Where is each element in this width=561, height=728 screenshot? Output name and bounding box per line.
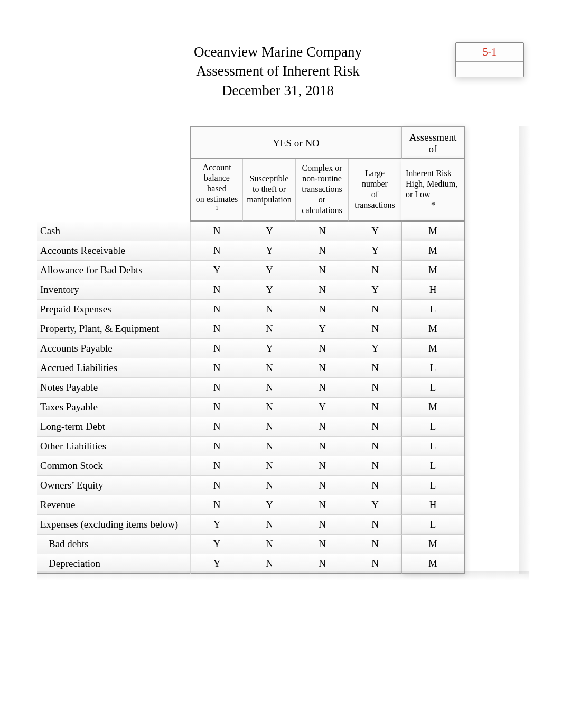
assessment-cell: L: [401, 358, 465, 378]
table-row: Accrued LiabilitiesNNNNL: [37, 358, 465, 378]
yn-cell: N: [296, 456, 349, 476]
assessment-cell: H: [401, 495, 465, 515]
group-header-empty: [37, 126, 190, 159]
yn-cell: N: [296, 437, 349, 456]
account-name-cell: Accounts Payable: [37, 339, 190, 358]
col-header-text: or Low: [406, 190, 431, 199]
yn-cell: N: [296, 495, 349, 515]
yn-cell: Y: [296, 319, 349, 339]
col-header-text: calculations: [302, 206, 342, 215]
col-header-text: Complex or: [302, 163, 342, 172]
yn-cell: N: [349, 300, 401, 319]
yn-cell: Y: [349, 222, 401, 241]
yn-cell: Y: [349, 241, 401, 261]
table-row: Taxes PayableNNYNM: [37, 398, 465, 417]
page-reference: 5-1: [456, 43, 523, 62]
yn-cell: N: [190, 456, 243, 476]
table-row: DepreciationYNNNM: [37, 554, 465, 574]
account-name-cell: Property, Plant, & Equipment: [37, 319, 190, 339]
yn-cell: N: [296, 417, 349, 437]
assessment-cell: H: [401, 280, 465, 300]
table-row: RevenueNYNYH: [37, 495, 465, 515]
assessment-cell: L: [401, 417, 465, 437]
yn-cell: N: [190, 417, 243, 437]
account-name-cell: Depreciation: [37, 554, 190, 574]
yn-cell: N: [190, 339, 243, 358]
yn-cell: Y: [243, 241, 296, 261]
yn-cell: Y: [243, 261, 296, 280]
column-header-row: Account balance based on estimates 1 Sus…: [37, 159, 465, 221]
account-name-cell: Allowance for Bad Debts: [37, 261, 190, 280]
col-header-estimates: Account balance based on estimates 1: [190, 159, 243, 221]
yn-cell: N: [296, 300, 349, 319]
col-header-text: non-routine: [302, 174, 342, 183]
account-name-cell: Owners’ Equity: [37, 476, 190, 495]
assessment-cell: L: [401, 437, 465, 456]
assessment-cell: L: [401, 456, 465, 476]
yn-cell: Y: [243, 339, 296, 358]
col-header-large-number: Large number of transactions: [349, 159, 401, 221]
group-header-assessment: Assessment of: [401, 126, 465, 159]
col-header-text: to theft or: [253, 185, 286, 193]
yn-cell: Y: [349, 495, 401, 515]
account-name-cell: Other Liabilities: [37, 437, 190, 456]
yn-cell: N: [190, 437, 243, 456]
yn-cell: N: [243, 398, 296, 417]
document-header: Oceanview Marine Company Assessment of I…: [37, 42, 524, 100]
col-header-text: High, Medium,: [406, 179, 457, 188]
col-header-text: Susceptible: [250, 174, 289, 183]
yn-cell: N: [190, 300, 243, 319]
yn-cell: N: [296, 535, 349, 554]
yn-cell: N: [296, 515, 349, 535]
col-header-text: transactions: [354, 200, 395, 209]
col-header-empty: [37, 159, 190, 221]
assessment-cell: M: [401, 554, 465, 574]
yn-cell: N: [296, 554, 349, 574]
group-header-row: YES or NO Assessment of: [37, 126, 465, 159]
col-header-text: of: [371, 190, 378, 199]
footnote-marker: *: [406, 200, 461, 210]
group-header-yesno: YES or NO: [190, 126, 401, 159]
col-header-text: balance based: [204, 173, 230, 193]
company-name: Oceanview Marine Company: [100, 42, 455, 61]
yn-cell: N: [190, 358, 243, 378]
col-header-text: Inherent Risk: [406, 169, 452, 178]
account-name-cell: Accounts Receivable: [37, 241, 190, 261]
blur-overlay-right: [519, 126, 530, 574]
col-header-complex: Complex or non-routine transactions or c…: [296, 159, 349, 221]
yn-cell: N: [349, 319, 401, 339]
col-header-text: on estimates: [196, 195, 238, 204]
assessment-cell: L: [401, 378, 465, 398]
table-row: Common StockNNNNL: [37, 456, 465, 476]
yn-cell: N: [243, 358, 296, 378]
yn-cell: N: [296, 261, 349, 280]
yn-cell: Y: [349, 339, 401, 358]
yn-cell: N: [349, 398, 401, 417]
table-row: Expenses (excluding items below)YNNNL: [37, 515, 465, 535]
yn-cell: N: [190, 495, 243, 515]
account-name-cell: Common Stock: [37, 456, 190, 476]
yn-cell: N: [349, 476, 401, 495]
risk-assessment-table: YES or NO Assessment of Account balance …: [37, 126, 465, 574]
yn-cell: N: [243, 456, 296, 476]
assessment-cell: M: [401, 241, 465, 261]
assessment-cell: M: [401, 339, 465, 358]
yn-cell: N: [243, 554, 296, 574]
title-block: Oceanview Marine Company Assessment of I…: [37, 42, 455, 100]
yn-cell: N: [349, 554, 401, 574]
assessment-cell: L: [401, 300, 465, 319]
table-row: Property, Plant, & EquipmentNNYNM: [37, 319, 465, 339]
table-row: Bad debtsYNNNM: [37, 535, 465, 554]
yn-cell: N: [243, 417, 296, 437]
footnote-marker: 1: [216, 205, 219, 211]
table-row: Accounts ReceivableNYNYM: [37, 241, 465, 261]
account-name-cell: Inventory: [37, 280, 190, 300]
assessment-cell: M: [401, 535, 465, 554]
account-name-cell: Notes Payable: [37, 378, 190, 398]
yn-cell: N: [349, 535, 401, 554]
table-row: CashNYNYM: [37, 222, 465, 241]
yn-cell: N: [296, 280, 349, 300]
account-name-cell: Expenses (excluding items below): [37, 515, 190, 535]
yn-cell: Y: [190, 515, 243, 535]
yn-cell: N: [296, 476, 349, 495]
